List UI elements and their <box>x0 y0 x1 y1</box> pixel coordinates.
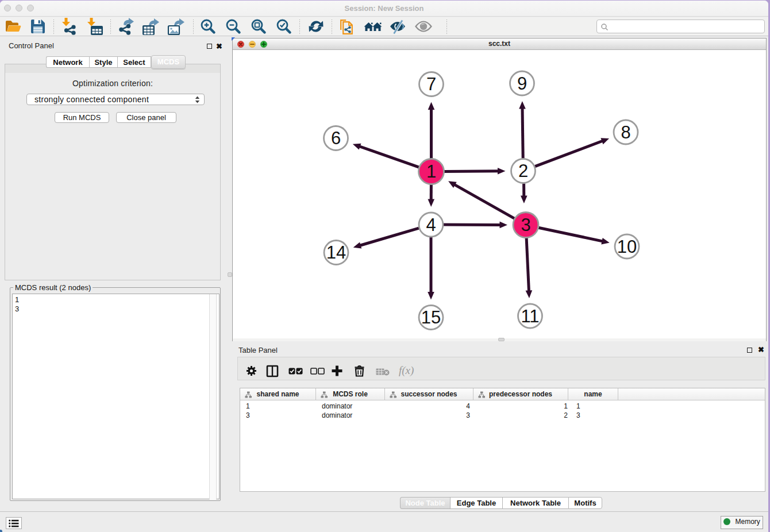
svg-text:15: 15 <box>421 307 441 327</box>
svg-text:10: 10 <box>617 237 637 257</box>
svg-text:11: 11 <box>521 306 539 326</box>
svg-text:3: 3 <box>521 215 530 235</box>
svg-text:6: 6 <box>331 128 341 148</box>
svg-text:9: 9 <box>517 74 527 94</box>
svg-text:14: 14 <box>326 242 346 263</box>
svg-text:8: 8 <box>621 122 630 142</box>
svg-text:7: 7 <box>426 74 436 94</box>
svg-text:2: 2 <box>518 161 528 181</box>
svg-text:1: 1 <box>426 161 436 182</box>
svg-text:4: 4 <box>426 215 436 235</box>
